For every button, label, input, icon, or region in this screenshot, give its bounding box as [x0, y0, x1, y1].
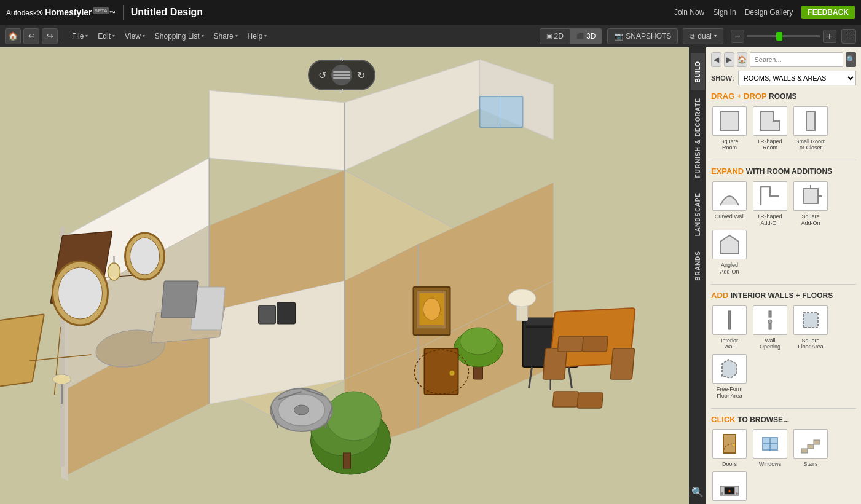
- snapshots-button[interactable]: 📷 SNAPSHOTS: [607, 28, 678, 44]
- join-now-link[interactable]: Join Now: [674, 8, 704, 17]
- main-content: ↺ ∧ ∨ ↻ BUILD FU: [0, 47, 861, 504]
- fullscreen-btn[interactable]: ⛶: [841, 29, 856, 44]
- heading-highlight: DRAG + DROP: [711, 92, 766, 101]
- square-addon-icon-box: [793, 181, 828, 211]
- svg-rect-80: [720, 112, 739, 130]
- panel-search-button[interactable]: 🔍: [846, 52, 856, 67]
- svg-rect-70: [577, 393, 603, 408]
- show-select[interactable]: ROOMS, WALLS & AREAS: [738, 71, 856, 85]
- share-menu[interactable]: Share ▾: [210, 28, 242, 44]
- l-shaped-addon-icon-box: [753, 181, 787, 211]
- share-arrow: ▾: [235, 33, 238, 39]
- square-floor-item[interactable]: SquareFloor Area: [792, 305, 829, 351]
- zoom-area: − +: [731, 30, 836, 43]
- square-addon-item[interactable]: SquareAdd-On: [792, 181, 829, 227]
- panel-back-btn[interactable]: ◀: [711, 52, 721, 67]
- svg-rect-66: [610, 348, 634, 379]
- edit-menu[interactable]: Edit ▾: [94, 28, 119, 44]
- view-2d-btn[interactable]: ▣ 2D: [540, 29, 570, 44]
- svg-rect-100: [808, 444, 814, 449]
- svg-point-63: [460, 328, 497, 355]
- zoom-slider[interactable]: [747, 35, 820, 37]
- interior-wall-item[interactable]: InteriorWall: [711, 305, 748, 351]
- fireplaces-item[interactable]: Fireplaces: [711, 471, 748, 504]
- canvas-area[interactable]: ↺ ∧ ∨ ↻: [0, 47, 689, 504]
- view-3d-btn[interactable]: ⬛ 3D: [570, 29, 602, 44]
- wall-opening-icon-box: [753, 305, 787, 335]
- redo-icon-btn[interactable]: ↪: [42, 28, 58, 44]
- nav-rotate-left[interactable]: ↺: [318, 69, 326, 81]
- sq-addon-svg: [798, 184, 823, 208]
- title-divider: [123, 5, 124, 20]
- panel-search-input[interactable]: [750, 52, 843, 67]
- heading-normal: ROOMS: [769, 92, 796, 101]
- svg-point-77: [450, 371, 455, 376]
- svg-point-104: [721, 492, 723, 495]
- interior-wall-label: InteriorWall: [721, 337, 738, 351]
- nav-down[interactable]: ∨: [339, 87, 344, 95]
- tab-landscape[interactable]: LANDSCAPE: [691, 185, 705, 243]
- l-shaped-room-item[interactable]: L-ShapedRoom: [752, 106, 788, 152]
- windows-item[interactable]: Windows: [752, 429, 788, 468]
- side-tabs: BUILD FURNISH & DECORATE LANDSCAPE BRAND…: [689, 47, 706, 504]
- tab-build[interactable]: BUILD: [691, 53, 705, 90]
- edit-arrow: ▾: [112, 33, 115, 39]
- windows-svg: [758, 431, 782, 456]
- svg-point-42: [326, 392, 382, 441]
- angled-svg: [717, 232, 742, 257]
- camera-icon: 📷: [614, 32, 623, 41]
- nav-up[interactable]: ∧: [339, 55, 344, 63]
- help-menu[interactable]: Help ▾: [244, 28, 271, 44]
- click-highlight: CLICK: [711, 415, 736, 424]
- tab-furnish-decorate[interactable]: FURNISH & DECORATE: [691, 90, 705, 186]
- section-expand-heading: EXPAND WITH ROOM ADDITIONS: [711, 167, 856, 176]
- angled-addon-label: AngledAdd-On: [720, 262, 739, 275]
- svg-point-105: [736, 492, 738, 495]
- tab-brands[interactable]: BRANDS: [691, 243, 705, 288]
- zoom-thumb[interactable]: [776, 32, 782, 41]
- sign-in-link[interactable]: Sign In: [713, 8, 736, 17]
- zoom-in-btn[interactable]: +: [823, 30, 836, 43]
- expand-normal: WITH ROOM ADDITIONS: [746, 167, 832, 176]
- home-icon-btn[interactable]: 🏠: [5, 28, 21, 44]
- view-menu[interactable]: View ▾: [121, 28, 149, 44]
- square-room-item[interactable]: SquareRoom: [711, 106, 748, 152]
- svg-marker-3: [210, 90, 345, 170]
- angled-addon-icon-box: [712, 230, 747, 259]
- 2d-icon: ▣: [546, 33, 552, 39]
- angled-addon-item[interactable]: AngledAdd-On: [711, 230, 748, 275]
- l-shaped-room-label: L-ShapedRoom: [758, 138, 782, 152]
- nav-center[interactable]: [331, 65, 352, 85]
- doors-svg: [717, 431, 742, 456]
- stairs-label: Stairs: [803, 461, 817, 468]
- tm-text: ™: [109, 10, 116, 17]
- nav-rotate-right[interactable]: ↻: [357, 69, 365, 81]
- shopping-list-menu[interactable]: Shopping List ▾: [151, 28, 208, 44]
- magnify-icon[interactable]: 🔍: [691, 486, 704, 498]
- dual-button[interactable]: ⧉ dual ▾: [683, 28, 723, 44]
- homestyler-text: Homestyler: [45, 7, 92, 17]
- click-normal: TO BROWSE...: [737, 415, 789, 424]
- curved-wall-item[interactable]: Curved Wall: [711, 181, 748, 227]
- curved-wall-svg: [717, 184, 742, 208]
- feedback-button[interactable]: FEEDBACK: [801, 6, 855, 19]
- stairs-item[interactable]: Stairs: [792, 429, 829, 468]
- file-menu[interactable]: File ▾: [68, 28, 92, 44]
- freeform-floor-item[interactable]: Free-FormFloor Area: [711, 354, 748, 400]
- svg-point-32: [58, 267, 103, 319]
- panel-forward-btn[interactable]: ▶: [724, 52, 734, 67]
- top-bar: Autodesk® HomestylerBETA™ Untitled Desig…: [0, 0, 861, 25]
- small-room-item[interactable]: Small Roomor Closet: [792, 106, 829, 152]
- doors-item[interactable]: Doors: [711, 429, 748, 468]
- undo-icon-btn[interactable]: ↩: [23, 28, 39, 44]
- l-shaped-addon-item[interactable]: L-ShapedAdd-On: [752, 181, 788, 227]
- wall-opening-item[interactable]: WallOpening: [752, 305, 788, 351]
- zoom-out-btn[interactable]: −: [731, 30, 744, 43]
- panel-home-btn[interactable]: 🏠: [737, 52, 747, 67]
- design-gallery-link[interactable]: Design Gallery: [745, 8, 793, 17]
- toolbar: 🏠 ↩ ↪ File ▾ Edit ▾ View ▾ Shopping List…: [0, 25, 861, 47]
- svg-point-30: [130, 238, 160, 275]
- view-toggle: ▣ 2D ⬛ 3D: [540, 28, 603, 44]
- show-label: SHOW:: [711, 74, 734, 82]
- svg-rect-87: [728, 311, 731, 329]
